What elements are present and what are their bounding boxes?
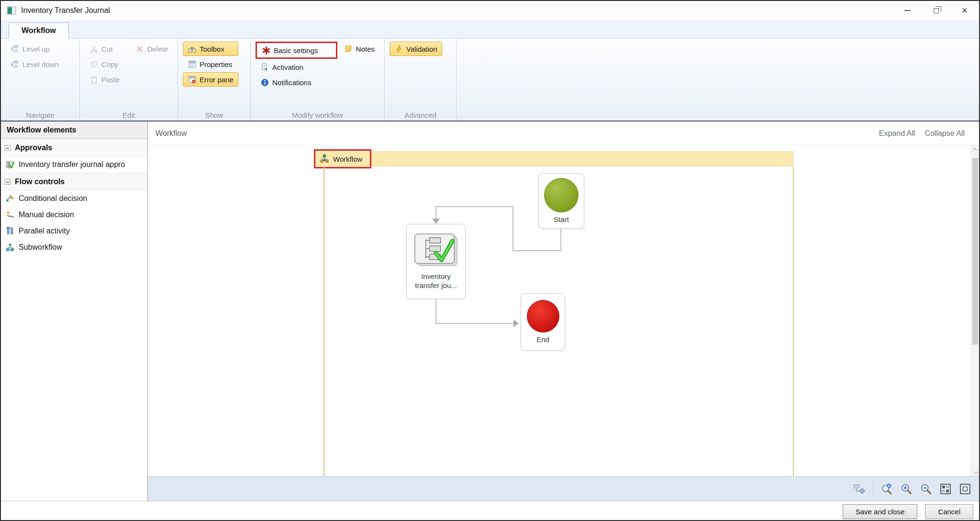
properties-button[interactable]: Properties xyxy=(183,57,238,71)
chevron-down-icon xyxy=(973,469,978,474)
zoom-out-button[interactable] xyxy=(920,483,932,495)
sidebar-item-manual-decision[interactable]: Manual decision xyxy=(1,207,147,223)
sidebar-section-flow-controls[interactable]: Flow controls xyxy=(1,173,147,190)
notes-button[interactable]: Notes xyxy=(339,42,379,56)
ribbon-group-advanced: Validation Advanced xyxy=(385,39,457,121)
group-label-advanced: Advanced xyxy=(385,111,456,119)
properties-icon xyxy=(188,60,196,68)
copy-icon xyxy=(89,60,98,68)
paste-button[interactable]: Paste xyxy=(85,72,129,87)
workflow-designer-viewport[interactable]: Workflow Start xyxy=(148,145,971,476)
workflow-canvas-area: Workflow Expand All Collapse All Workflo… xyxy=(148,122,979,501)
footer-bar: Save and close Cancel xyxy=(1,501,979,521)
group-label-modify-workflow: Modify workflow xyxy=(251,111,384,119)
tab-workflow[interactable]: Workflow xyxy=(9,22,69,39)
copy-button[interactable]: Copy xyxy=(85,57,129,71)
ribbon-panel: Level up Level down Navigate Cut xyxy=(1,38,979,122)
node-start[interactable]: Start xyxy=(538,173,584,229)
restore-button[interactable] xyxy=(922,1,950,20)
connector-start-to-approval xyxy=(435,206,513,207)
basic-settings-asterisk-icon xyxy=(262,46,270,55)
sidebar-header: Workflow elements xyxy=(1,122,147,139)
canvas-vertical-scrollbar[interactable] xyxy=(971,145,979,476)
level-down-icon xyxy=(11,60,19,68)
expand-all-link[interactable]: Expand All xyxy=(879,129,915,138)
zoom-selection-button[interactable] xyxy=(880,483,893,495)
toolbar-separator xyxy=(873,482,873,496)
workflow-node-icon xyxy=(320,154,329,164)
canvas-title: Workflow xyxy=(156,129,187,138)
scroll-down-button[interactable] xyxy=(971,467,979,476)
node-approval-task[interactable]: Inventory transfer jou... xyxy=(406,224,466,299)
minimize-button[interactable] xyxy=(893,1,922,20)
basic-settings-button[interactable]: Basic settings xyxy=(257,43,336,57)
node-end[interactable]: End xyxy=(521,293,565,351)
sidebar-item-inventory-transfer-journal-approval[interactable]: Inventory transfer journal appro xyxy=(1,156,147,173)
start-circle-icon xyxy=(544,178,579,212)
level-up-button[interactable]: Level up xyxy=(6,42,64,56)
level-down-button[interactable]: Level down xyxy=(6,57,64,71)
node-label: Start xyxy=(554,215,569,224)
ribbon-group-navigate: Level up Level down Navigate xyxy=(1,39,80,121)
toolbox-button[interactable]: Toolbox xyxy=(183,42,238,56)
cut-button[interactable]: Cut xyxy=(85,42,129,56)
connector-approval-to-end xyxy=(435,299,436,324)
sidebar-item-parallel-activity[interactable]: Parallel activity xyxy=(1,223,147,239)
delete-button[interactable]: Delete xyxy=(131,42,173,56)
subworkflow-icon xyxy=(6,243,14,252)
connector-approval-to-end xyxy=(435,323,514,324)
sidebar-item-subworkflow[interactable]: Subworkflow xyxy=(1,239,147,255)
zoom-in-button[interactable] xyxy=(900,483,913,495)
paste-icon xyxy=(89,75,98,84)
arrowhead xyxy=(432,219,440,224)
collapse-icon xyxy=(5,179,11,185)
titlebar: Inventory Transfer Journal × xyxy=(1,1,979,20)
conditional-decision-icon xyxy=(6,194,14,203)
window-title: Inventory Transfer Journal xyxy=(21,6,110,15)
workflow-container-header[interactable]: Workflow xyxy=(314,151,793,166)
restore-icon xyxy=(934,8,939,13)
workflow-elements-sidebar: Workflow elements Approvals Inventory tr… xyxy=(1,122,148,501)
arrowhead xyxy=(513,320,519,327)
save-and-close-button[interactable]: Save and close xyxy=(843,504,918,519)
notifications-button[interactable]: Notifications xyxy=(256,75,337,89)
error-pane-button[interactable]: Error pane xyxy=(183,72,238,87)
validation-button[interactable]: Validation xyxy=(390,42,442,56)
approval-task-icon xyxy=(412,233,460,270)
scrollbar-thumb[interactable] xyxy=(972,158,978,344)
level-up-icon xyxy=(11,44,19,53)
node-label: Inventory transfer jou... xyxy=(411,272,461,290)
approval-item-icon xyxy=(6,160,14,169)
sidebar-item-conditional-decision[interactable]: Conditional decision xyxy=(1,190,147,207)
layout-overview-button[interactable] xyxy=(853,483,866,495)
container-right-border xyxy=(793,166,794,476)
fit-to-window-button[interactable] xyxy=(939,483,952,495)
overview-thumbnail-button[interactable] xyxy=(959,483,971,495)
node-label: End xyxy=(536,335,549,344)
group-label-edit: Edit xyxy=(80,111,178,119)
app-icon xyxy=(7,6,16,15)
parallel-activity-icon xyxy=(6,227,14,235)
canvas-header: Workflow Expand All Collapse All xyxy=(148,122,979,145)
activation-button[interactable]: Activation xyxy=(256,60,337,74)
workflow-editor-window: Inventory Transfer Journal × Workflow Le… xyxy=(0,0,980,521)
container-left-border xyxy=(323,166,324,476)
highlight-box-workflow-header: Workflow xyxy=(314,149,371,168)
minimize-icon xyxy=(904,10,911,11)
chevron-up-icon xyxy=(972,148,977,153)
sidebar-section-approvals[interactable]: Approvals xyxy=(1,139,147,156)
collapse-all-link[interactable]: Collapse All xyxy=(924,129,965,138)
validation-icon xyxy=(394,44,403,53)
ribbon-group-modify-workflow: Basic settings Activation Notifications xyxy=(251,39,385,121)
group-label-navigate: Navigate xyxy=(1,111,79,119)
highlight-box-basic-settings: Basic settings xyxy=(256,42,337,59)
delete-icon xyxy=(135,44,144,53)
connector-start-to-approval xyxy=(512,206,513,251)
manual-decision-icon xyxy=(6,211,14,219)
scroll-up-button[interactable] xyxy=(971,145,979,154)
close-button[interactable]: × xyxy=(950,1,979,20)
error-pane-icon xyxy=(188,75,196,84)
group-label-show: Show xyxy=(178,111,250,119)
cancel-button[interactable]: Cancel xyxy=(925,504,973,519)
end-circle-icon xyxy=(527,300,559,333)
